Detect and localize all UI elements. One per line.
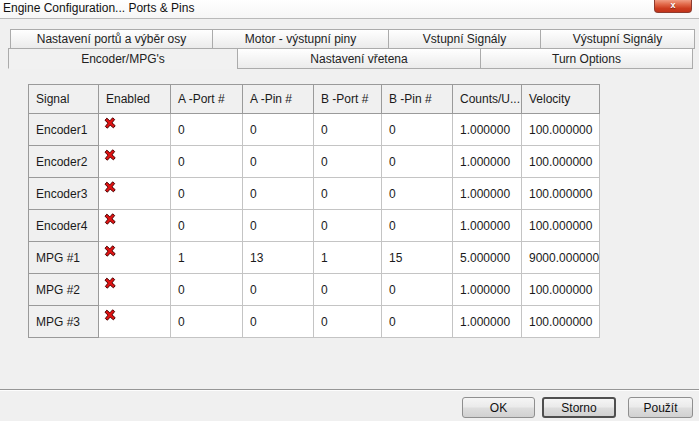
value-cell[interactable]: 100.000000 bbox=[522, 146, 600, 178]
cancel-button[interactable]: Storno bbox=[542, 397, 616, 418]
value-cell[interactable]: 0 bbox=[243, 178, 314, 210]
title-bar: Engine Configuration... Ports & Pins bbox=[0, 0, 699, 19]
value-cell[interactable]: 0 bbox=[243, 274, 314, 306]
value-cell[interactable]: 1.000000 bbox=[453, 146, 522, 178]
table-row: MPG #1 1131155.0000009000.000000 bbox=[29, 242, 600, 274]
value-cell[interactable]: 0 bbox=[171, 274, 243, 306]
value-cell[interactable]: 1.000000 bbox=[453, 210, 522, 242]
table-header-row: Signal Enabled A -Port # A -Pin # B -Por… bbox=[29, 85, 600, 114]
col-header-velocity: Velocity bbox=[522, 85, 600, 114]
value-cell[interactable]: 1.000000 bbox=[453, 274, 522, 306]
tab-nastaveni-portu[interactable]: Nastavení portů a výběr osy bbox=[10, 29, 213, 49]
signal-cell: Encoder2 bbox=[29, 146, 99, 178]
value-cell[interactable]: 0 bbox=[382, 146, 453, 178]
value-cell[interactable]: 0 bbox=[382, 306, 453, 338]
col-header-a-port: A -Port # bbox=[171, 85, 243, 114]
value-cell[interactable]: 1.000000 bbox=[453, 178, 522, 210]
value-cell[interactable]: 0 bbox=[314, 274, 382, 306]
value-cell[interactable]: 1.000000 bbox=[453, 306, 522, 338]
disabled-red-x-icon bbox=[103, 116, 118, 131]
enabled-cell[interactable] bbox=[99, 306, 171, 338]
enabled-cell[interactable] bbox=[99, 114, 171, 146]
tab-encoder-mpgs[interactable]: Encoder/MPG's bbox=[8, 48, 238, 69]
tab-row-1: Nastavení portů a výběr osy Motor - výst… bbox=[10, 29, 695, 49]
value-cell[interactable]: 13 bbox=[243, 242, 314, 274]
value-cell[interactable]: 0 bbox=[382, 114, 453, 146]
value-cell[interactable]: 1 bbox=[171, 242, 243, 274]
window-title: Engine Configuration... Ports & Pins bbox=[3, 1, 194, 15]
tab-vstupni-signaly[interactable]: Vstupní Signály bbox=[388, 29, 541, 49]
enabled-cell[interactable] bbox=[99, 178, 171, 210]
value-cell[interactable]: 0 bbox=[382, 178, 453, 210]
value-cell[interactable]: 0 bbox=[314, 146, 382, 178]
enabled-cell[interactable] bbox=[99, 274, 171, 306]
value-cell[interactable]: 100.000000 bbox=[522, 306, 600, 338]
value-cell[interactable]: 0 bbox=[243, 146, 314, 178]
tab-label: Nastavení portů a výběr osy bbox=[37, 32, 186, 46]
value-cell[interactable]: 0 bbox=[171, 178, 243, 210]
col-header-b-pin: B -Pin # bbox=[382, 85, 453, 114]
enabled-cell[interactable] bbox=[99, 210, 171, 242]
disabled-red-x-icon bbox=[103, 244, 118, 259]
table-row: Encoder4 00001.000000100.000000 bbox=[29, 210, 600, 242]
close-button[interactable]: x bbox=[654, 0, 692, 13]
tab-nastaveni-vretena[interactable]: Nastavení vřetena bbox=[237, 48, 481, 69]
tab-label: Motor - výstupní piny bbox=[245, 32, 356, 46]
disabled-red-x-icon bbox=[103, 308, 118, 323]
table-row: Encoder2 00001.000000100.000000 bbox=[29, 146, 600, 178]
tab-label: Nastavení vřetena bbox=[310, 52, 407, 66]
disabled-red-x-icon bbox=[103, 276, 118, 291]
value-cell[interactable]: 5.000000 bbox=[453, 242, 522, 274]
table-row: MPG #2 00001.000000100.000000 bbox=[29, 274, 600, 306]
enabled-cell[interactable] bbox=[99, 242, 171, 274]
signal-cell: Encoder4 bbox=[29, 210, 99, 242]
col-header-enabled: Enabled bbox=[99, 85, 171, 114]
value-cell[interactable]: 0 bbox=[243, 114, 314, 146]
signal-cell: Encoder1 bbox=[29, 114, 99, 146]
panel-bottom-edge bbox=[0, 389, 699, 391]
enabled-cell[interactable] bbox=[99, 146, 171, 178]
value-cell[interactable]: 100.000000 bbox=[522, 178, 600, 210]
close-icon: x bbox=[670, 0, 675, 10]
signal-cell: MPG #3 bbox=[29, 306, 99, 338]
value-cell[interactable]: 0 bbox=[243, 210, 314, 242]
value-cell[interactable]: 100.000000 bbox=[522, 274, 600, 306]
value-cell[interactable]: 0 bbox=[171, 210, 243, 242]
value-cell[interactable]: 1 bbox=[314, 242, 382, 274]
tab-motor-vystupni-piny[interactable]: Motor - výstupní piny bbox=[212, 29, 389, 49]
disabled-red-x-icon bbox=[103, 148, 118, 163]
tab-turn-options[interactable]: Turn Options bbox=[480, 48, 693, 69]
value-cell[interactable]: 100.000000 bbox=[522, 114, 600, 146]
value-cell[interactable]: 100.000000 bbox=[522, 210, 600, 242]
tab-vystupni-signaly[interactable]: Výstupní Signály bbox=[540, 29, 695, 49]
value-cell[interactable]: 0 bbox=[314, 306, 382, 338]
tab-label: Turn Options bbox=[552, 52, 621, 66]
value-cell[interactable]: 0 bbox=[171, 146, 243, 178]
value-cell[interactable]: 0 bbox=[382, 274, 453, 306]
tab-row-2: Encoder/MPG's Nastavení vřetena Turn Opt… bbox=[8, 48, 693, 69]
table-row: Encoder1 00001.000000100.000000 bbox=[29, 114, 600, 146]
value-cell[interactable]: 15 bbox=[382, 242, 453, 274]
value-cell[interactable]: 0 bbox=[382, 210, 453, 242]
encoder-mpg-table: Signal Enabled A -Port # A -Pin # B -Por… bbox=[28, 84, 600, 338]
tab-label: Encoder/MPG's bbox=[81, 52, 165, 66]
value-cell[interactable]: 0 bbox=[314, 114, 382, 146]
signal-cell: MPG #1 bbox=[29, 242, 99, 274]
table-row: Encoder3 00001.000000100.000000 bbox=[29, 178, 600, 210]
col-header-counts: Counts/U... bbox=[453, 85, 522, 114]
apply-button[interactable]: Použít bbox=[628, 397, 693, 418]
disabled-red-x-icon bbox=[103, 180, 118, 195]
ok-button[interactable]: OK bbox=[462, 397, 535, 418]
value-cell[interactable]: 1.000000 bbox=[453, 114, 522, 146]
col-header-a-pin: A -Pin # bbox=[243, 85, 314, 114]
value-cell[interactable]: 0 bbox=[171, 306, 243, 338]
value-cell[interactable]: 0 bbox=[314, 210, 382, 242]
value-cell[interactable]: 0 bbox=[314, 178, 382, 210]
value-cell[interactable]: 0 bbox=[171, 114, 243, 146]
tab-label: Výstupní Signály bbox=[573, 32, 662, 46]
value-cell[interactable]: 0 bbox=[243, 306, 314, 338]
signal-cell: Encoder3 bbox=[29, 178, 99, 210]
table-row: MPG #3 00001.000000100.000000 bbox=[29, 306, 600, 338]
value-cell[interactable]: 9000.000000 bbox=[522, 242, 600, 274]
tab-label: Vstupní Signály bbox=[423, 32, 506, 46]
